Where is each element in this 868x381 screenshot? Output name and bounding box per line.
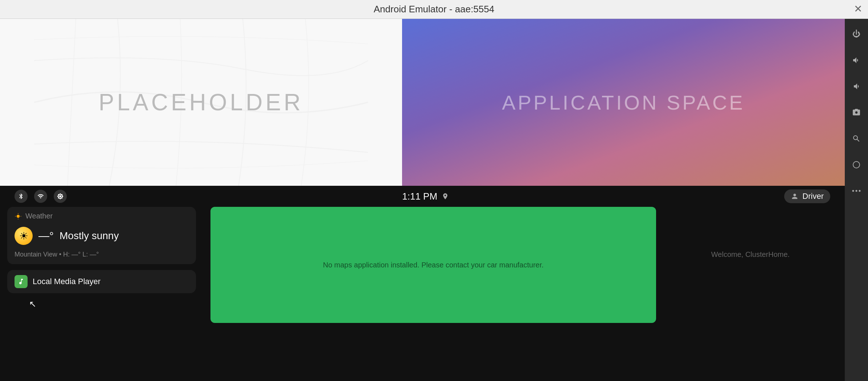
more-icon[interactable]	[850, 184, 863, 197]
weather-low: L: —°	[82, 251, 99, 258]
zoom-icon[interactable]	[850, 132, 863, 145]
map-area: No maps application installed. Please co…	[210, 207, 656, 323]
bluetooth-icon[interactable]	[15, 190, 28, 203]
close-button[interactable]: ✕	[854, 3, 862, 15]
current-time: 1:11 PM	[402, 191, 437, 202]
location-pin-icon	[442, 193, 449, 200]
cursor-area: ↖	[7, 293, 196, 315]
svg-point-1	[852, 190, 854, 192]
weather-high: H: —°	[63, 251, 81, 258]
svg-point-0	[853, 161, 860, 168]
volume-down-icon[interactable]	[850, 80, 863, 93]
main-area: PLACEHOLDER APPLICATION SPACE	[0, 19, 845, 381]
status-center: 1:11 PM	[402, 191, 449, 202]
media-player-card[interactable]: Local Media Player	[7, 270, 196, 293]
status-bar: 1:11 PM Driver	[0, 186, 845, 207]
power-icon[interactable]: ⏻	[850, 28, 863, 41]
left-panel: Weather ☀ —° Mostly sunny Mountain View …	[0, 207, 203, 381]
weather-label: Weather	[25, 212, 53, 220]
bottom-area: Weather ☀ —° Mostly sunny Mountain View …	[0, 207, 845, 381]
weather-city: Mountain View	[15, 251, 57, 258]
volume-up-icon[interactable]	[850, 54, 863, 67]
center-map-panel: No maps application installed. Please co…	[203, 207, 656, 381]
camera-icon[interactable]	[850, 106, 863, 119]
placeholder-panel: PLACEHOLDER	[0, 19, 402, 186]
media-player-label: Local Media Player	[33, 277, 101, 286]
svg-point-4	[17, 214, 20, 217]
weather-separator: •	[59, 251, 63, 258]
welcome-message: Welcome, ClusterHome.	[711, 250, 790, 259]
top-split: PLACEHOLDER APPLICATION SPACE	[0, 19, 845, 186]
weather-card-body: ☀ —° Mostly sunny Mountain View • H: —° …	[7, 223, 196, 264]
right-info-panel: Welcome, ClusterHome.	[656, 207, 845, 381]
weather-description: Mostly sunny	[60, 230, 119, 242]
weather-card-header: Weather	[7, 207, 196, 223]
weather-temp-prefix: —°	[38, 230, 54, 242]
weather-location-row: Mountain View • H: —° L: —°	[15, 249, 189, 258]
media-icon	[15, 275, 28, 288]
no-maps-message: No maps application installed. Please co…	[323, 261, 544, 269]
cursor-indicator: ↖	[29, 299, 36, 309]
circle-icon[interactable]	[850, 158, 863, 171]
app-space-label: APPLICATION SPACE	[502, 91, 745, 114]
title-bar: Android Emulator - aae:5554 ✕	[0, 0, 868, 19]
status-left-icons	[15, 190, 67, 203]
driver-label: Driver	[802, 192, 824, 201]
person-icon	[791, 192, 799, 200]
weather-header-icon	[15, 213, 22, 220]
weather-main-row: ☀ —° Mostly sunny	[15, 227, 189, 245]
sun-icon: ☀	[15, 227, 33, 245]
wifi-icon[interactable]	[34, 190, 47, 203]
brightness-icon[interactable]	[54, 190, 67, 203]
svg-point-3	[859, 190, 861, 192]
emulator-title: Android Emulator - aae:5554	[374, 4, 494, 15]
placeholder-label: PLACEHOLDER	[99, 89, 304, 116]
svg-point-2	[856, 190, 857, 192]
driver-profile[interactable]: Driver	[784, 189, 830, 203]
weather-card[interactable]: Weather ☀ —° Mostly sunny Mountain View …	[7, 207, 196, 264]
right-controls-panel: ⏻	[845, 19, 868, 381]
app-space-panel: APPLICATION SPACE	[402, 19, 845, 186]
